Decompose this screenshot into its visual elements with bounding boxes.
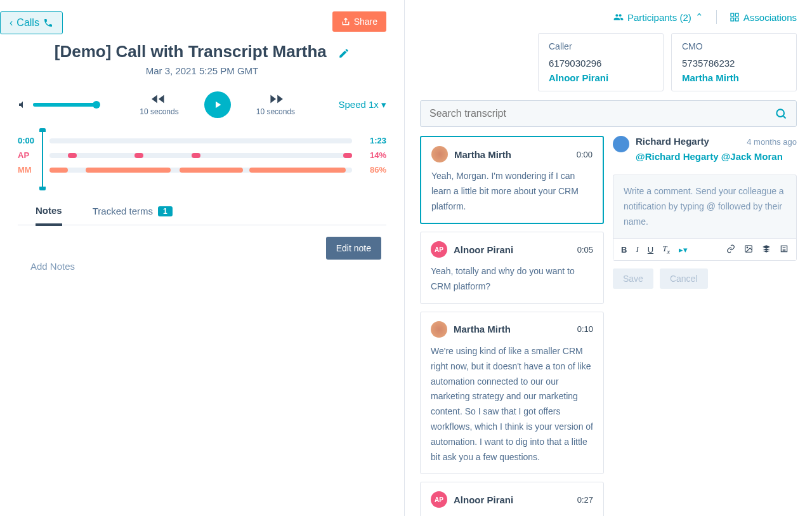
comment-mentions: @Richard Hegarty @Jack Moran: [636, 149, 797, 164]
avatar: [613, 136, 629, 152]
edit-note-button[interactable]: Edit note: [326, 237, 381, 260]
editor-placeholder[interactable]: Write a comment. Send your colleague a n…: [613, 175, 796, 238]
segment-time: 0:05: [577, 245, 593, 255]
svg-rect-0: [731, 13, 734, 17]
add-notes-placeholder[interactable]: Add Notes: [18, 261, 386, 272]
comment-time: 4 months ago: [747, 137, 797, 147]
transcript-segment[interactable]: Martha Mirth 0:10 We're using kind of li…: [420, 312, 604, 474]
card-name[interactable]: Martha Mirth: [682, 72, 786, 83]
call-datetime: Mar 3, 2021 5:25 PM GMT: [18, 65, 386, 76]
search-input[interactable]: [429, 108, 775, 119]
comment-editor[interactable]: Write a comment. Send your colleague a n…: [613, 175, 797, 261]
timeline-end: 1:23: [358, 136, 386, 145]
svg-rect-3: [731, 18, 734, 21]
rewind-button[interactable]: 10 seconds: [140, 93, 178, 116]
segment-time: 0:00: [577, 150, 593, 159]
forward-button[interactable]: 10 seconds: [256, 93, 295, 116]
chevron-left-icon: ‹: [10, 17, 13, 29]
timeline-track[interactable]: [49, 138, 352, 143]
image-button[interactable]: [744, 244, 753, 255]
speaker-ap-label: AP: [18, 150, 43, 160]
more-button[interactable]: ▸▾: [679, 245, 688, 255]
back-calls-button[interactable]: ‹ Calls: [0, 11, 63, 34]
associations-icon: [730, 12, 740, 22]
comment: Richard Hegarty 4 months ago @Richard He…: [613, 136, 797, 164]
volume-icon: [18, 100, 28, 110]
speaker-mm-label: MM: [18, 165, 43, 175]
avatar: AP: [431, 241, 447, 258]
list-button[interactable]: [780, 244, 789, 255]
page-title: [Demo] Call with Transcript Martha: [55, 42, 327, 62]
svg-point-4: [776, 109, 784, 117]
clear-format-button[interactable]: Tx: [662, 244, 670, 255]
speaker-ap-track[interactable]: [49, 153, 352, 158]
edit-title-icon[interactable]: [338, 48, 350, 62]
associations-link[interactable]: Associations: [730, 12, 797, 23]
underline-button[interactable]: U: [648, 245, 653, 255]
tab-notes[interactable]: Notes: [36, 205, 62, 226]
play-button[interactable]: [204, 91, 231, 118]
save-button[interactable]: Save: [613, 268, 653, 289]
forward-label: 10 seconds: [256, 107, 295, 116]
avatar: [431, 321, 447, 338]
back-label: Calls: [16, 17, 39, 29]
participants-toggle[interactable]: Participants (2) ⌃: [613, 11, 704, 23]
card-phone: 5735786232: [682, 58, 786, 69]
right-panel: Participants (2) ⌃ Associations Caller 6…: [405, 0, 812, 516]
search-transcript[interactable]: [420, 100, 797, 127]
share-icon: [341, 17, 350, 26]
italic-button[interactable]: I: [636, 244, 638, 255]
participant-card[interactable]: Caller 6179030296 Alnoor Pirani: [538, 33, 664, 91]
share-button[interactable]: Share: [332, 11, 386, 32]
timeline-start: 0:00: [18, 136, 43, 145]
avatar: [431, 146, 448, 162]
segment-time: 0:27: [577, 495, 593, 505]
phone-icon: [43, 18, 53, 28]
search-icon: [775, 107, 787, 120]
divider: [716, 10, 717, 24]
segment-text: Yeah, Morgan. I'm wondering if I can lea…: [431, 169, 593, 214]
editor-toolbar: B I U Tx ▸▾: [613, 238, 796, 260]
svg-point-6: [747, 247, 748, 248]
volume-slider[interactable]: [33, 103, 96, 107]
people-icon: [613, 12, 624, 22]
speaker-name: Martha Mirth: [454, 149, 570, 160]
speaker-name: Alnoor Pirani: [454, 244, 571, 255]
transcript-segment[interactable]: Martha Mirth 0:00 Yeah, Morgan. I'm wond…: [420, 136, 604, 224]
speaker-mm-track[interactable]: [49, 168, 352, 173]
avatar: AP: [431, 491, 447, 508]
chevron-down-icon: ▾: [381, 99, 386, 110]
card-role: Caller: [549, 41, 653, 51]
svg-rect-2: [735, 18, 738, 21]
share-label: Share: [354, 17, 377, 27]
speaker-mm-percent: 86%: [358, 165, 386, 175]
speed-dropdown[interactable]: Speed 1x ▾: [338, 99, 386, 110]
snippet-button[interactable]: [762, 244, 771, 255]
play-icon: [212, 99, 223, 110]
card-role: CMO: [682, 41, 786, 51]
speed-label: Speed 1x: [338, 99, 378, 110]
segment-time: 0:10: [577, 324, 593, 334]
comment-author: Richard Hegarty: [636, 136, 709, 147]
tracked-badge: 1: [158, 206, 173, 216]
tab-tracked-terms[interactable]: Tracked terms 1: [93, 205, 173, 225]
bold-button[interactable]: B: [621, 245, 627, 255]
speaker-ap-percent: 14%: [358, 150, 386, 160]
card-name[interactable]: Alnoor Pirani: [549, 72, 653, 83]
segment-text: We're using kind of like a smaller CRM r…: [431, 344, 593, 465]
left-panel: ‹ Calls Share [Demo] Call with Transcrip…: [0, 0, 405, 516]
transcript-segment[interactable]: AP Alnoor Pirani 0:05 Yeah, totally and …: [420, 232, 604, 304]
link-button[interactable]: [726, 244, 735, 255]
speaker-name: Martha Mirth: [454, 324, 571, 334]
playhead[interactable]: [42, 132, 43, 187]
speaker-name: Alnoor Pirani: [454, 494, 571, 505]
cancel-button[interactable]: Cancel: [660, 268, 708, 289]
participant-card[interactable]: CMO 5735786232 Martha Mirth: [671, 33, 797, 91]
segment-text: Yeah, totally and why do you want to CRM…: [431, 264, 593, 294]
card-phone: 6179030296: [549, 58, 653, 69]
volume-control[interactable]: [18, 100, 96, 110]
chevron-up-icon: ⌃: [695, 11, 704, 23]
svg-rect-1: [735, 13, 738, 17]
rewind-label: 10 seconds: [140, 107, 178, 116]
transcript-segment[interactable]: AP Alnoor Pirani 0:27 Totally totally an…: [420, 482, 604, 516]
